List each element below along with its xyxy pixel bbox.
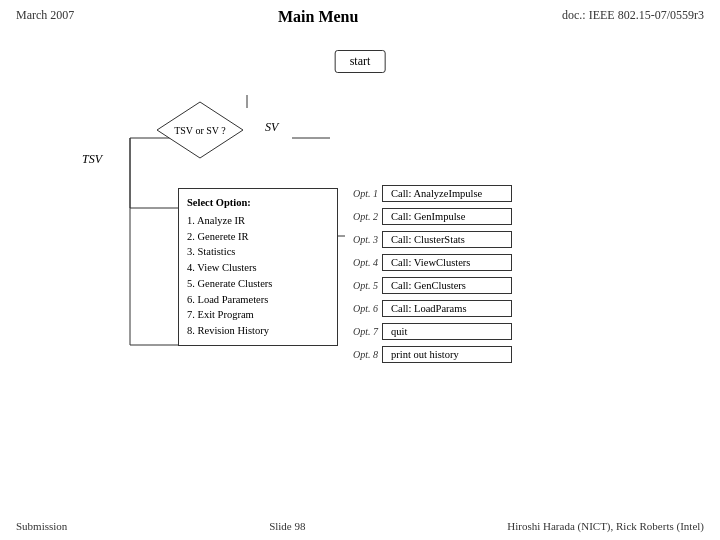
flowchart: start TSV or SV ? TSV SV Select Option: … bbox=[0, 40, 720, 510]
select-option-6: 6. Load Parameters bbox=[187, 292, 329, 308]
option-box-1: Call: AnalyzeImpulse bbox=[382, 185, 512, 202]
option-box-5: Call: GenClusters bbox=[382, 277, 512, 294]
footer-submission: Submission bbox=[16, 520, 67, 532]
header-doc: doc.: IEEE 802.15-07/0559r3 bbox=[562, 8, 704, 23]
option-box-2: Call: GenImpulse bbox=[382, 208, 512, 225]
option-row-7: Opt. 7quit bbox=[340, 323, 512, 340]
option-box-3: Call: ClusterStats bbox=[382, 231, 512, 248]
option-row-8: Opt. 8print out history bbox=[340, 346, 512, 363]
header: March 2007 Main Menu doc.: IEEE 802.15-0… bbox=[0, 0, 720, 30]
select-options-box: Select Option: 1. Analyze IR 2. Generete… bbox=[178, 188, 338, 346]
header-date: March 2007 bbox=[16, 8, 74, 23]
option-label-8: Opt. 8 bbox=[340, 349, 378, 360]
option-label-5: Opt. 5 bbox=[340, 280, 378, 291]
svg-marker-9 bbox=[157, 102, 243, 158]
select-option-1: 1. Analyze IR bbox=[187, 213, 329, 229]
header-title: Main Menu bbox=[74, 8, 562, 26]
option-row-1: Opt. 1Call: AnalyzeImpulse bbox=[340, 185, 512, 202]
option-label-7: Opt. 7 bbox=[340, 326, 378, 337]
options-list: Opt. 1Call: AnalyzeImpulseOpt. 2Call: Ge… bbox=[340, 185, 512, 369]
option-box-8: print out history bbox=[382, 346, 512, 363]
option-label-2: Opt. 2 bbox=[340, 211, 378, 222]
tsv-label: TSV bbox=[82, 152, 102, 167]
select-option-2: 2. Generete IR bbox=[187, 229, 329, 245]
select-option-3: 3. Statistics bbox=[187, 244, 329, 260]
option-box-4: Call: ViewClusters bbox=[382, 254, 512, 271]
select-option-7: 7. Exit Program bbox=[187, 307, 329, 323]
select-option-5: 5. Generate Clusters bbox=[187, 276, 329, 292]
option-box-6: Call: LoadParams bbox=[382, 300, 512, 317]
option-box-7: quit bbox=[382, 323, 512, 340]
option-row-6: Opt. 6Call: LoadParams bbox=[340, 300, 512, 317]
footer-slide: Slide 98 bbox=[269, 520, 305, 532]
select-box-title: Select Option: bbox=[187, 195, 329, 211]
option-row-4: Opt. 4Call: ViewClusters bbox=[340, 254, 512, 271]
select-option-8: 8. Revision History bbox=[187, 323, 329, 339]
option-label-4: Opt. 4 bbox=[340, 257, 378, 268]
option-row-5: Opt. 5Call: GenClusters bbox=[340, 277, 512, 294]
sv-label: SV bbox=[265, 120, 278, 135]
footer-author: Hiroshi Harada (NICT), Rick Roberts (Int… bbox=[507, 520, 704, 532]
select-option-4: 4. View Clusters bbox=[187, 260, 329, 276]
option-label-6: Opt. 6 bbox=[340, 303, 378, 314]
diamond-shape: TSV or SV ? bbox=[155, 100, 245, 160]
start-node: start bbox=[335, 50, 386, 73]
option-row-3: Opt. 3Call: ClusterStats bbox=[340, 231, 512, 248]
main-content: start TSV or SV ? TSV SV Select Option: … bbox=[0, 40, 720, 510]
option-label-1: Opt. 1 bbox=[340, 188, 378, 199]
option-row-2: Opt. 2Call: GenImpulse bbox=[340, 208, 512, 225]
footer: Submission Slide 98 Hiroshi Harada (NICT… bbox=[0, 520, 720, 532]
option-label-3: Opt. 3 bbox=[340, 234, 378, 245]
